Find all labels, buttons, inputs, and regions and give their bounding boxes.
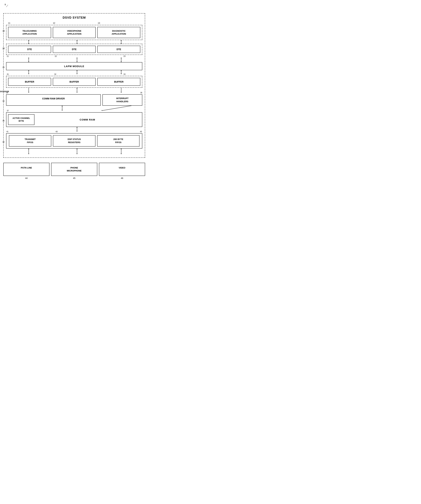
buffer-label-2: BUFFER bbox=[70, 80, 79, 83]
200-byte-fifos-box: 200 BYTEFIFOS bbox=[97, 135, 139, 146]
ref-46: 46 bbox=[121, 177, 123, 179]
arrows-driver-to-commram bbox=[6, 106, 142, 111]
interrupt-handlers-label: INTERRUPTHANDLERS bbox=[116, 97, 128, 102]
lapm-label: LAPM MODULE bbox=[64, 65, 84, 68]
comm-ram-row: 36 37 ACTIVE CHANNEL BYTE COMM RAM bbox=[6, 112, 142, 127]
svg-marker-25 bbox=[120, 70, 122, 71]
ref-43a: 43 bbox=[56, 131, 58, 132]
phone-microphone-box: PHONEMICROPHONE bbox=[51, 163, 97, 176]
active-channel-label: ACTIVE CHANNEL BYTE bbox=[12, 117, 30, 122]
ref-45: 45 bbox=[73, 177, 75, 179]
comm-ram-label: COMM RAM bbox=[35, 118, 140, 121]
ref-41: 41 bbox=[6, 131, 8, 132]
svg-marker-4 bbox=[76, 40, 78, 41]
svg-marker-10 bbox=[28, 58, 29, 58]
phone-microphone-label: PHONEMICROPHONE bbox=[67, 167, 82, 172]
ref-24: 24 bbox=[2, 66, 5, 68]
transmit-fifos-box: TRANSMITFIFOS bbox=[9, 135, 51, 146]
comm-ram-outer: ACTIVE CHANNEL BYTE COMM RAM bbox=[6, 112, 142, 127]
dsp-status-registers-box: DSP STATUSREGISTERS bbox=[53, 135, 95, 146]
svg-marker-28 bbox=[28, 92, 29, 93]
ref-21: 21 bbox=[7, 55, 9, 57]
svg-marker-33 bbox=[120, 92, 122, 93]
svg-marker-50 bbox=[120, 154, 122, 154]
videophone-app-box: VIDEOPHONEAPPLICATION bbox=[53, 27, 96, 38]
ref-13: 13 bbox=[98, 22, 100, 24]
comm-ram-driver-box: COMM RAM DRIVER bbox=[6, 94, 101, 106]
arrows-buffers-to-driver bbox=[6, 88, 142, 93]
apps-dashed-box: TELEGAMINGAPPLICATION VIDEOPHONEAPPLICAT… bbox=[6, 25, 142, 40]
videophone-app-label: VIDEOPHONEAPPLICATION bbox=[67, 30, 81, 35]
ref-36: 36 bbox=[2, 120, 5, 122]
pstn-line-box: PSTN LINE bbox=[3, 163, 49, 176]
svg-marker-35 bbox=[61, 106, 63, 106]
ref-23: 23 bbox=[124, 55, 126, 57]
ref-40: 40 bbox=[2, 141, 5, 143]
active-channel-box: ACTIVE CHANNEL BYTE bbox=[8, 114, 35, 125]
diagram-container: 9 DSVD SYSTEM 11 12 13 10 bbox=[3, 3, 145, 180]
bottom-row: PSTN LINE PHONEMICROPHONE VIDEO bbox=[3, 163, 145, 176]
buffer-box-1: BUFFER bbox=[8, 78, 51, 86]
svg-marker-44 bbox=[28, 154, 29, 154]
diagnostic-app-label: DIAGNOSTICAPPLICATION bbox=[112, 30, 126, 35]
comm-ram-text: COMM RAM bbox=[80, 118, 95, 121]
ref-31: 31 bbox=[7, 73, 9, 75]
arrows-lapm-to-buffers bbox=[6, 70, 142, 74]
arrows-apps-to-dte bbox=[6, 40, 142, 44]
arrows-dte-to-lapm bbox=[6, 58, 142, 62]
driver-interrupt-row: 30 34 35 COMM RAM DRIVER INTERRUPTHANDLE… bbox=[6, 94, 142, 106]
dte-box-1: DTE bbox=[8, 46, 51, 53]
ref-10: 10 bbox=[2, 30, 5, 32]
comm-ram-driver-label: COMM RAM DRIVER bbox=[42, 97, 65, 100]
dte-label-3: DTE bbox=[117, 48, 121, 51]
ref-35: 35 bbox=[140, 92, 142, 94]
ref-11: 11 bbox=[8, 22, 10, 24]
ref-22: 22 bbox=[55, 55, 57, 57]
ref-44: 44 bbox=[25, 177, 28, 179]
dte-box-3: DTE bbox=[97, 46, 140, 53]
buffer-box-3: BUFFER bbox=[97, 78, 140, 86]
svg-marker-47 bbox=[76, 154, 78, 154]
svg-marker-30 bbox=[76, 88, 78, 88]
svg-marker-46 bbox=[76, 149, 78, 149]
video-box: VIDEO bbox=[99, 163, 145, 176]
buffer-box-2: BUFFER bbox=[53, 78, 96, 86]
ref-43b: 43 bbox=[140, 131, 142, 132]
interrupt-handlers-box: INTERRUPTHANDLERS bbox=[102, 94, 142, 106]
arrows-dsp-to-bottom bbox=[6, 149, 142, 154]
svg-marker-1 bbox=[28, 40, 29, 41]
buffers-dashed-box: 31 32 33 BUFFER BUFFER BUFFER bbox=[6, 76, 142, 88]
lapm-row: 24 LAPM MODULE bbox=[6, 62, 142, 70]
ref-37: 37 bbox=[7, 110, 9, 112]
svg-marker-43 bbox=[28, 149, 29, 149]
telegaming-app-label: TELEGAMINGAPPLICATION bbox=[22, 30, 37, 35]
bottom-refs-row: 44 45 46 bbox=[3, 177, 145, 180]
svg-marker-13 bbox=[76, 58, 78, 58]
lapm-box: LAPM MODULE bbox=[6, 62, 142, 70]
telegaming-app-box: TELEGAMINGAPPLICATION bbox=[8, 27, 51, 38]
svg-line-37 bbox=[102, 106, 132, 111]
video-label: VIDEO bbox=[119, 167, 125, 169]
svg-marker-16 bbox=[120, 58, 122, 58]
dsvd-title: DSVD SYSTEM bbox=[6, 16, 142, 19]
ref-30: 30 bbox=[2, 100, 5, 102]
transmit-fifos-label: TRANSMITFIFOS bbox=[24, 138, 36, 144]
ref-34: 34 bbox=[6, 92, 8, 94]
buffer-label-1: BUFFER bbox=[25, 80, 34, 83]
svg-marker-41 bbox=[76, 131, 78, 132]
arrows-commram-to-dsp bbox=[6, 127, 142, 132]
svg-marker-49 bbox=[120, 149, 122, 149]
pstn-line-label: PSTN LINE bbox=[21, 167, 32, 169]
dte-label-2: DTE bbox=[72, 48, 77, 51]
buffers-row-wrapper: 31 32 33 BUFFER BUFFER BUFFER bbox=[6, 74, 142, 88]
ref-20: 20 bbox=[2, 47, 5, 50]
svg-marker-40 bbox=[76, 127, 78, 128]
dte-dashed-box: 21 22 23 DTE DTE DTE bbox=[6, 44, 142, 55]
svg-marker-31 bbox=[76, 92, 78, 93]
dsp-outer-box: TRANSMITFIFOS DSP STATUSREGISTERS 200 BY… bbox=[6, 133, 142, 148]
ref-12: 12 bbox=[53, 22, 55, 24]
svg-marker-19 bbox=[28, 70, 29, 71]
ref-33: 33 bbox=[124, 73, 126, 75]
buffer-label-3: BUFFER bbox=[114, 80, 124, 83]
dsp-status-registers-label: DSP STATUSREGISTERS bbox=[68, 138, 81, 144]
